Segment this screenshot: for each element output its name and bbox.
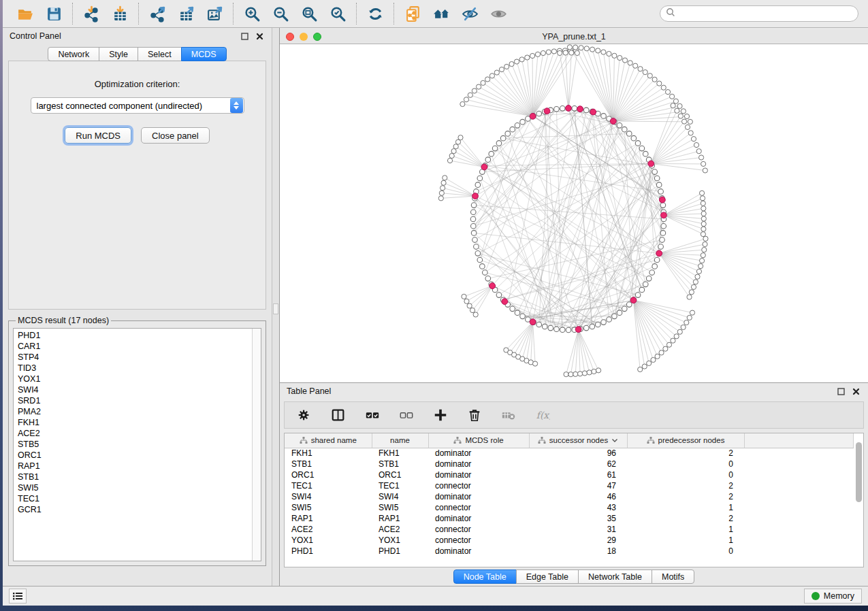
- mcds-hub-node[interactable]: [577, 106, 583, 112]
- satellite-node[interactable]: [696, 269, 701, 274]
- satellite-node[interactable]: [677, 329, 682, 334]
- satellite-node[interactable]: [691, 284, 696, 289]
- satellite-node[interactable]: [701, 216, 706, 221]
- satellite-node[interactable]: [643, 70, 647, 75]
- satellite-node[interactable]: [458, 135, 463, 140]
- close-panel-button[interactable]: [254, 31, 265, 42]
- ring-node[interactable]: [477, 257, 483, 263]
- ring-node[interactable]: [626, 302, 632, 308]
- column-selector-button[interactable]: [329, 406, 347, 424]
- ring-node[interactable]: [536, 322, 542, 327]
- satellite-node[interactable]: [638, 367, 643, 371]
- satellite-node[interactable]: [677, 103, 682, 108]
- mcds-hub-node[interactable]: [575, 327, 581, 333]
- float-table-panel-button[interactable]: [835, 386, 846, 397]
- ring-node[interactable]: [652, 264, 658, 269]
- ring-node[interactable]: [635, 141, 641, 146]
- delete-column-button[interactable]: [466, 406, 483, 424]
- ring-node[interactable]: [656, 182, 662, 188]
- ring-node[interactable]: [496, 293, 502, 298]
- satellite-node[interactable]: [675, 108, 679, 113]
- splitter-grip[interactable]: [273, 303, 278, 314]
- satellite-node[interactable]: [485, 77, 490, 82]
- ring-node[interactable]: [520, 119, 526, 125]
- ring-node[interactable]: [470, 216, 476, 222]
- satellite-node[interactable]: [577, 371, 582, 376]
- satellite-node[interactable]: [698, 155, 703, 160]
- satellite-node[interactable]: [596, 48, 600, 53]
- satellite-node[interactable]: [601, 50, 606, 54]
- zoom-selected-button[interactable]: [329, 5, 347, 22]
- satellite-node[interactable]: [453, 144, 458, 149]
- satellite-node[interactable]: [685, 125, 690, 129]
- satellite-node[interactable]: [563, 50, 568, 55]
- satellite-node[interactable]: [470, 308, 475, 312]
- table-row[interactable]: FKH1FKH1dominator962: [285, 448, 854, 459]
- satellite-node[interactable]: [655, 354, 660, 359]
- mcds-hub-node[interactable]: [590, 109, 596, 115]
- mcds-result-list[interactable]: PHD1CAR1STP4TID3YOX1SWI4SRD1PMA2FKH1ACE2…: [13, 328, 261, 561]
- ring-node[interactable]: [485, 276, 491, 282]
- close-panel-action-button[interactable]: Close panel: [141, 127, 210, 144]
- ring-node[interactable]: [622, 127, 627, 132]
- satellite-node[interactable]: [499, 67, 504, 72]
- table-row[interactable]: PHD1PHD1dominator180: [285, 546, 854, 557]
- ring-node[interactable]: [639, 146, 645, 151]
- ring-node[interactable]: [542, 324, 547, 329]
- ring-node[interactable]: [622, 306, 627, 312]
- satellite-node[interactable]: [701, 232, 705, 237]
- ring-node[interactable]: [472, 237, 478, 243]
- satellite-node[interactable]: [688, 131, 693, 135]
- export-table-button[interactable]: [177, 5, 195, 22]
- table-row[interactable]: SWI5SWI5connector431: [285, 502, 854, 513]
- satellite-node[interactable]: [689, 290, 694, 295]
- mcds-result-item[interactable]: PHD1: [18, 330, 261, 341]
- satellite-node[interactable]: [663, 346, 668, 351]
- table-row[interactable]: TEC1TEC1connector472: [285, 480, 854, 491]
- tab-node-table[interactable]: Node Table: [453, 569, 517, 584]
- ring-node[interactable]: [471, 203, 477, 208]
- satellite-node[interactable]: [541, 50, 545, 55]
- search-box[interactable]: [660, 5, 858, 22]
- mcds-result-item[interactable]: SWI4: [18, 384, 261, 395]
- satellite-node[interactable]: [460, 101, 465, 106]
- table-row[interactable]: YOX1YOX1connector291: [285, 535, 854, 546]
- satellite-node[interactable]: [703, 168, 707, 173]
- run-mcds-button[interactable]: Run MCDS: [65, 127, 131, 144]
- ring-node[interactable]: [607, 317, 612, 323]
- mcds-hub-node[interactable]: [630, 297, 637, 303]
- ring-node[interactable]: [660, 237, 665, 243]
- mcds-result-item[interactable]: STB1: [18, 472, 261, 482]
- satellite-node[interactable]: [622, 58, 627, 63]
- satellite-node[interactable]: [703, 236, 708, 241]
- table-row[interactable]: STB1STB1dominator620: [285, 459, 854, 469]
- satellite-node[interactable]: [681, 119, 686, 124]
- satellite-node[interactable]: [642, 364, 647, 369]
- mcds-result-item[interactable]: STP4: [18, 352, 261, 363]
- export-image-button[interactable]: [206, 5, 223, 22]
- add-column-button[interactable]: [432, 406, 449, 424]
- ring-node[interactable]: [639, 287, 645, 293]
- ring-node[interactable]: [652, 169, 658, 175]
- satellite-node[interactable]: [699, 191, 704, 195]
- table-row[interactable]: ORC1ORC1dominator610: [285, 469, 854, 480]
- table-row[interactable]: SWI4SWI4dominator462: [285, 491, 854, 502]
- ring-node[interactable]: [500, 135, 506, 141]
- ring-node[interactable]: [649, 270, 655, 276]
- ring-node[interactable]: [658, 189, 664, 195]
- zoom-fit-button[interactable]: [300, 5, 318, 22]
- satellite-node[interactable]: [678, 114, 683, 118]
- satellite-node[interactable]: [575, 50, 579, 55]
- mcds-hub-node[interactable]: [661, 212, 667, 218]
- satellite-node[interactable]: [455, 139, 460, 144]
- close-table-panel-button[interactable]: [850, 386, 861, 397]
- satellite-node[interactable]: [669, 94, 674, 99]
- zoom-in-button[interactable]: [243, 5, 261, 22]
- hide-selected-button[interactable]: [461, 5, 479, 22]
- tab-mcds[interactable]: MCDS: [181, 47, 227, 61]
- optimization-criterion-select[interactable]: largest connected component (undirected): [31, 97, 244, 114]
- mcds-hub-node[interactable]: [610, 118, 616, 125]
- mcds-list-scrollbar[interactable]: [252, 329, 261, 561]
- satellite-node[interactable]: [596, 368, 600, 373]
- satellite-node[interactable]: [525, 55, 530, 60]
